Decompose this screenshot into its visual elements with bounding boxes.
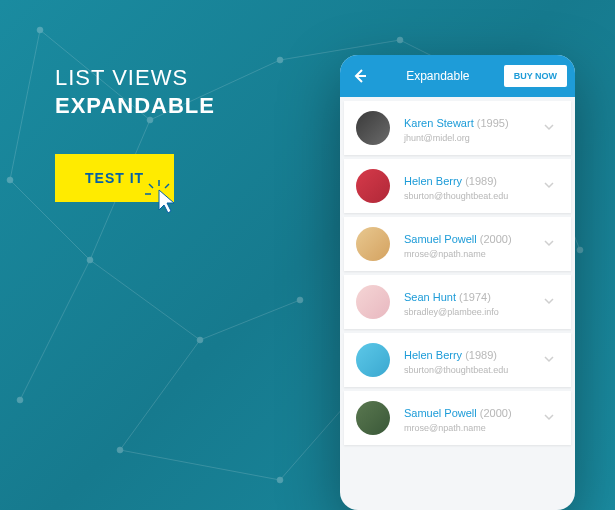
app-header: Expandable BUY NOW	[340, 55, 575, 97]
svg-line-12	[10, 30, 40, 180]
chevron-down-icon[interactable]	[543, 353, 559, 368]
list-item[interactable]: Helen Berry (1989)sburton@thoughtbeat.ed…	[344, 333, 571, 387]
contact-name: Karen Stewart	[404, 117, 477, 129]
svg-point-16	[87, 257, 93, 263]
back-arrow-icon[interactable]	[348, 64, 372, 88]
app-header-title: Expandable	[372, 69, 504, 83]
contact-email: sburton@thoughtbeat.edu	[404, 365, 543, 375]
svg-line-3	[120, 340, 200, 450]
svg-line-2	[90, 260, 200, 340]
contact-year: (1989)	[465, 349, 497, 361]
item-text: Karen Stewart (1995)jhunt@midel.org	[404, 113, 543, 143]
contact-name: Sean Hunt	[404, 291, 459, 303]
svg-line-31	[165, 184, 169, 188]
contact-year: (1989)	[465, 175, 497, 187]
contact-name: Samuel Powell	[404, 407, 480, 419]
svg-line-8	[20, 260, 90, 400]
avatar	[356, 111, 390, 145]
list-item[interactable]: Helen Berry (1989)sburton@thoughtbeat.ed…	[344, 159, 571, 213]
promo-title-line2: EXPANDABLE	[55, 93, 215, 119]
contact-year: (1974)	[459, 291, 491, 303]
item-text: Helen Berry (1989)sburton@thoughtbeat.ed…	[404, 345, 543, 375]
contact-year: (2000)	[480, 407, 512, 419]
svg-point-19	[277, 477, 283, 483]
buy-now-button[interactable]: BUY NOW	[504, 65, 567, 87]
contact-email: jhunt@midel.org	[404, 133, 543, 143]
phone-mockup: Expandable BUY NOW Karen Stewart (1995)j…	[340, 55, 575, 510]
list-item[interactable]: Samuel Powell (2000)mrose@npath.name	[344, 391, 571, 445]
item-text: Helen Berry (1989)sburton@thoughtbeat.ed…	[404, 171, 543, 201]
avatar	[356, 169, 390, 203]
promo-title-line1: LIST VIEWS	[55, 65, 215, 91]
svg-line-4	[120, 450, 280, 480]
contact-email: sbradley@plambee.info	[404, 307, 543, 317]
svg-point-20	[277, 57, 283, 63]
avatar	[356, 285, 390, 319]
contact-email: sburton@thoughtbeat.edu	[404, 191, 543, 201]
chevron-down-icon[interactable]	[543, 121, 559, 136]
svg-point-25	[7, 177, 13, 183]
svg-point-27	[577, 247, 583, 253]
item-text: Samuel Powell (2000)mrose@npath.name	[404, 403, 543, 433]
contact-name: Helen Berry	[404, 349, 465, 361]
contact-name: Samuel Powell	[404, 233, 480, 245]
chevron-down-icon[interactable]	[543, 237, 559, 252]
avatar	[356, 343, 390, 377]
chevron-down-icon[interactable]	[543, 295, 559, 310]
contact-list: Karen Stewart (1995)jhunt@midel.orgHelen…	[340, 101, 575, 445]
list-item[interactable]: Samuel Powell (2000)mrose@npath.name	[344, 217, 571, 271]
contact-email: mrose@npath.name	[404, 249, 543, 259]
svg-point-18	[117, 447, 123, 453]
chevron-down-icon[interactable]	[543, 411, 559, 426]
svg-point-14	[37, 27, 43, 33]
contact-year: (2000)	[480, 233, 512, 245]
svg-point-23	[297, 297, 303, 303]
contact-name: Helen Berry	[404, 175, 465, 187]
chevron-down-icon[interactable]	[543, 179, 559, 194]
list-item[interactable]: Sean Hunt (1974)sbradley@plambee.info	[344, 275, 571, 329]
avatar	[356, 401, 390, 435]
contact-year: (1995)	[477, 117, 509, 129]
svg-line-9	[200, 300, 300, 340]
svg-point-22	[17, 397, 23, 403]
item-text: Sean Hunt (1974)sbradley@plambee.info	[404, 287, 543, 317]
svg-line-30	[149, 184, 153, 188]
avatar	[356, 227, 390, 261]
list-item[interactable]: Karen Stewart (1995)jhunt@midel.org	[344, 101, 571, 155]
svg-point-17	[197, 337, 203, 343]
contact-email: mrose@npath.name	[404, 423, 543, 433]
svg-point-21	[397, 37, 403, 43]
cursor-icon	[145, 180, 181, 216]
item-text: Samuel Powell (2000)mrose@npath.name	[404, 229, 543, 259]
